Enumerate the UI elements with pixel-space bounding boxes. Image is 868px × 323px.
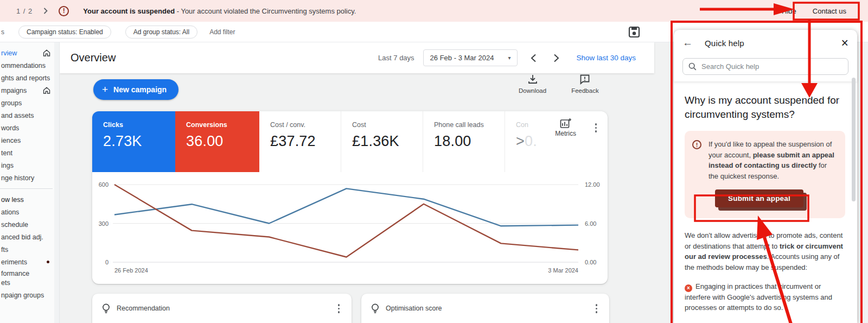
sidebar-item-ings[interactable]: ings xyxy=(0,159,59,172)
performance-chart: 60012.003006.0000.0026 Feb 20243 Mar 202… xyxy=(92,172,608,284)
quick-help-panel: ← Quick help × Why is my account suspend… xyxy=(674,30,857,323)
optimisation-score-card[interactable]: Optimisation score xyxy=(361,294,609,323)
sidebar-item-rview[interactable]: rview xyxy=(0,47,59,59)
svg-text:3 Mar 2024: 3 Mar 2024 xyxy=(548,267,578,274)
banner-pagination: 1 / 2 xyxy=(16,7,33,15)
sidebar-item-ow-less[interactable]: ow less xyxy=(0,193,59,206)
download-button[interactable]: Download xyxy=(519,74,546,94)
metric-tile-conversions[interactable]: Conversions36.00 xyxy=(175,111,259,172)
quick-help-search[interactable] xyxy=(682,58,848,75)
sidebar-scrollbar[interactable] xyxy=(54,42,59,323)
quick-help-title: Quick help xyxy=(705,39,744,48)
save-icon[interactable] xyxy=(628,26,640,38)
metric-tile-cost[interactable]: Cost£1.36K xyxy=(341,111,423,172)
next-period-button[interactable] xyxy=(549,51,563,65)
sidebar-item-npaign-groups[interactable]: npaign groups xyxy=(0,289,59,301)
plus-icon: + xyxy=(102,84,108,96)
show-last-30-days-link[interactable]: Show last 30 days xyxy=(576,54,636,62)
svg-text:26 Feb 2024: 26 Feb 2024 xyxy=(114,267,148,274)
caret-down-icon: ▾ xyxy=(508,55,510,61)
overview-metrics-card: Clicks2.73KConversions36.00Cost / conv.£… xyxy=(92,111,608,284)
sidebar-item-mpaigns[interactable]: mpaigns xyxy=(0,84,59,97)
optimisation-menu-icon[interactable] xyxy=(593,302,600,315)
sidebar-item-iences[interactable]: iences xyxy=(0,134,59,147)
submit-appeal-button[interactable]: Submit an appeal xyxy=(715,189,803,207)
sidebar-item-ations[interactable]: ations xyxy=(0,206,59,218)
sidebar-item-groups[interactable]: groups xyxy=(0,97,59,109)
feedback-button[interactable]: Feedback xyxy=(571,74,599,94)
date-range-label: Last 7 days xyxy=(378,54,414,62)
metric-tile-cost-conv-[interactable]: Cost / conv.£37.72 xyxy=(259,111,341,172)
sidebar-item-tent[interactable]: tent xyxy=(0,147,59,159)
svg-text:12.00: 12.00 xyxy=(585,181,600,188)
back-arrow-icon[interactable]: ← xyxy=(682,37,693,49)
home-icon xyxy=(43,87,50,94)
lightbulb-icon xyxy=(371,303,379,314)
line-chart: 60012.003006.0000.0026 Feb 20243 Mar 202… xyxy=(92,172,608,284)
svg-text:0: 0 xyxy=(105,259,108,265)
add-filter-button[interactable]: Add filter xyxy=(209,28,235,36)
suspension-banner: 1 / 2 ! Your account is suspended - Your… xyxy=(0,0,868,22)
sidebar-item-anced-bid-adj-[interactable]: anced bid adj. xyxy=(0,231,59,243)
previous-period-button[interactable] xyxy=(526,51,540,65)
sidebar-item-ommendations[interactable]: ommendations xyxy=(0,59,59,72)
metric-tile-clicks[interactable]: Clicks2.73K xyxy=(92,111,175,172)
banner-message: Your account is suspended - Your account… xyxy=(83,7,356,15)
policy-bullet: ×Engaging in practices that circumvent o… xyxy=(685,281,845,313)
close-icon[interactable]: × xyxy=(841,37,848,49)
cross-icon: × xyxy=(685,284,692,292)
page-title: Overview xyxy=(71,52,116,64)
sidebar-item-eriments[interactable]: eriments xyxy=(0,256,59,268)
appeal-alert-box: ! If you'd like to appeal the suspension… xyxy=(685,131,845,218)
feedback-icon xyxy=(579,74,590,85)
warning-icon: ! xyxy=(59,6,69,16)
sidebar-item-fts[interactable]: fts xyxy=(0,243,59,256)
sidebar-item-nge-history[interactable]: nge history xyxy=(0,172,59,184)
overview-header: Overview Last 7 days 26 Feb - 3 Mar 2024… xyxy=(60,42,654,73)
svg-text:0.00: 0.00 xyxy=(585,259,596,265)
sidebar-nav: rviewommendationsghts and reportsmpaigns… xyxy=(0,42,60,323)
sidebar-item-and-assets[interactable]: and assets xyxy=(0,109,59,122)
search-icon xyxy=(688,62,697,71)
svg-text:300: 300 xyxy=(99,220,108,227)
main-content: Overview Last 7 days 26 Feb - 3 Mar 2024… xyxy=(60,42,668,323)
campaign-status-chip[interactable]: Campaign status: Enabled xyxy=(18,26,111,39)
sidebar-divider xyxy=(0,188,53,189)
recommendation-card[interactable]: Recommendation xyxy=(92,294,352,323)
banner-next-icon[interactable] xyxy=(43,8,48,14)
quick-help-scrollbar[interactable] xyxy=(852,78,856,201)
policy-paragraph: We don't allow advertisers to promote ad… xyxy=(685,230,845,273)
svg-text:6.00: 6.00 xyxy=(585,220,596,227)
sidebar-item-words[interactable]: words xyxy=(0,122,59,134)
home-icon xyxy=(43,49,50,56)
ad-group-status-chip[interactable]: Ad group status: All xyxy=(125,26,197,39)
lightbulb-icon xyxy=(102,303,110,314)
date-range-picker[interactable]: 26 Feb - 3 Mar 2024 ▾ xyxy=(423,49,518,66)
hide-button[interactable]: Hide xyxy=(782,7,796,15)
sidebar-item-schedule[interactable]: schedule xyxy=(0,218,59,231)
metrics-card-menu-icon[interactable] xyxy=(593,121,599,135)
sidebar-item-ghts-and-reports[interactable]: ghts and reports xyxy=(0,72,59,84)
new-campaign-button[interactable]: + New campaign xyxy=(93,79,178,100)
download-icon xyxy=(527,74,538,85)
metrics-icon xyxy=(560,118,572,129)
notification-dot-icon xyxy=(47,261,49,263)
contact-us-button[interactable]: Contact us xyxy=(813,7,846,15)
svg-text:600: 600 xyxy=(99,181,108,188)
alert-icon: ! xyxy=(692,140,701,149)
search-input[interactable] xyxy=(701,62,843,71)
recommendation-menu-icon[interactable] xyxy=(336,302,342,315)
truncated-filter-char: s xyxy=(1,28,4,36)
metrics-button[interactable]: Metrics xyxy=(555,118,576,137)
help-article-heading: Why is my account suspended for circumve… xyxy=(685,93,845,121)
metric-tile-phone-call-leads[interactable]: Phone call leads18.00 xyxy=(423,111,505,172)
sidebar-item-formance[interactable]: formanceets xyxy=(0,268,59,289)
alert-text: If you'd like to appeal the suspension o… xyxy=(709,139,838,181)
